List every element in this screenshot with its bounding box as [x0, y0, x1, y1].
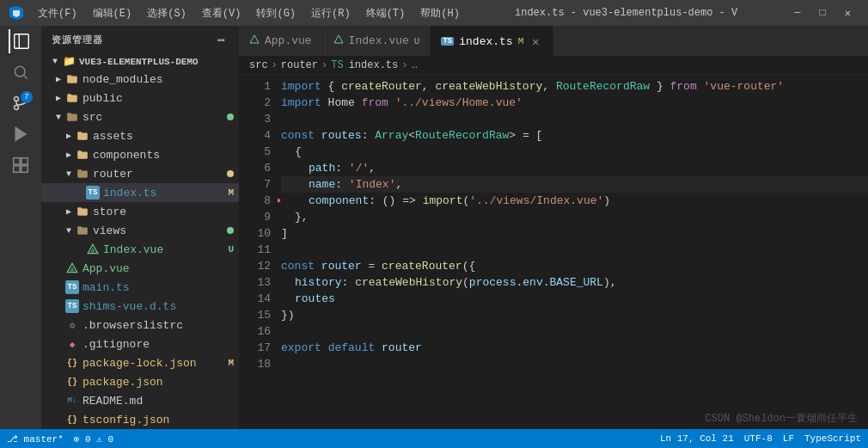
tree-item-.browserslistrc[interactable]: ⚙.browserslistrc [41, 316, 239, 334]
code-editor[interactable]: 123456789101112131415161718 import { cre… [239, 75, 868, 429]
tree-label-assets: assets [93, 130, 239, 143]
tree-icon-main.ts: TS [65, 280, 79, 294]
menu-select[interactable]: 选择(S) [140, 4, 193, 22]
menu-edit[interactable]: 编辑(E) [86, 4, 139, 22]
tree-icon-.browserslistrc: ⚙ [65, 318, 79, 332]
tree-icon-src [65, 110, 79, 124]
line-number-17: 17 [239, 340, 271, 356]
tree-item-node_modules[interactable]: ▶node_modules [41, 70, 239, 89]
code-line-17: export default router [281, 340, 868, 356]
tree-item-main.ts[interactable]: TSmain.ts [41, 278, 239, 297]
tree-item-tsconfig.json[interactable]: {}tsconfig.json [41, 410, 239, 429]
menu-goto[interactable]: 转到(G) [249, 4, 303, 22]
line-numbers: 123456789101112131415161718 [239, 75, 278, 429]
tab-icon-index-vue [333, 34, 344, 48]
tree-arrow-public: ▶ [52, 93, 65, 103]
tree-item-package.json[interactable]: {}package.json [41, 372, 239, 391]
tab-label-app-vue: App.vue [265, 34, 312, 47]
source-control-badge: 7 [21, 91, 33, 103]
tab-close-index-ts[interactable]: ✕ [529, 34, 542, 48]
status-bar: ⎇ master* ⊗ 0 ⚠ 0 Ln 17, Col 21 UTF-8 LF… [0, 429, 868, 448]
menu-run[interactable]: 运行(R) [304, 4, 358, 22]
tree-label-src: src [83, 111, 227, 124]
run-debug-icon[interactable] [9, 122, 33, 146]
maximize-button[interactable]: □ [811, 5, 834, 21]
explorer-icon[interactable] [9, 29, 33, 53]
menu-file[interactable]: 文件(F) [31, 4, 84, 22]
tree-icon-tsconfig.json: {} [65, 413, 79, 427]
tree-icon-views [76, 224, 89, 237]
code-line-5: { [281, 144, 868, 160]
extensions-icon[interactable] [9, 153, 33, 177]
breadcrumb-sep2: › [321, 59, 327, 71]
breadcrumb-router: router [281, 59, 318, 71]
tree-label-.gitignore: .gitignore [83, 338, 239, 351]
tree-icon-package-lock.json: {} [65, 356, 79, 370]
tree-item-README.md[interactable]: M↓README.md [41, 391, 239, 410]
line-number-16: 16 [239, 323, 271, 340]
tree-item-.gitignore[interactable]: ◆.gitignore [41, 334, 239, 353]
tree-arrow-src: ▼ [52, 113, 65, 122]
tree-item-index.ts[interactable]: TSindex.tsM [41, 183, 239, 202]
tree-icon-.gitignore: ◆ [65, 337, 79, 351]
line-number-9: 9 [239, 209, 271, 225]
errors-count[interactable]: ⊗ 0 ⚠ 0 [74, 433, 113, 445]
breadcrumb-ts-icon: TS [331, 59, 343, 71]
tree-item-assets[interactable]: ▶assets [41, 126, 239, 145]
tree-label-App.vue-src: App.vue [83, 262, 239, 275]
title-bar: 文件(F) 编辑(E) 选择(S) 查看(V) 转到(G) 运行(R) 终端(T… [0, 0, 868, 26]
tree-item-src[interactable]: ▼src [41, 107, 239, 126]
tree-label-public: public [83, 92, 239, 105]
tree-label-shims-vue.d.ts: shims-vue.d.ts [83, 300, 239, 313]
new-file-icon[interactable]: ⋯ [215, 33, 229, 46]
line-number-4: 4 [239, 127, 271, 144]
line-number-14: 14 [239, 291, 271, 307]
tree-root[interactable]: ▼ 📁 VUE3-ELEMENTPLUS-DEMO [41, 53, 239, 70]
tree-icon-Index.vue [86, 242, 100, 256]
tree-icon-assets [76, 129, 89, 143]
menu-bar: 文件(F) 编辑(E) 选择(S) 查看(V) 转到(G) 运行(R) 终端(T… [31, 4, 467, 22]
tab-index-ts[interactable]: TSindex.tsM✕ [431, 26, 553, 56]
tree-icon-components [76, 148, 89, 162]
tree-item-views[interactable]: ▼views [41, 221, 239, 240]
tree-label-router: router [93, 168, 227, 181]
tree-item-router[interactable]: ▼router [41, 164, 239, 183]
breadcrumb-sep3: › [401, 59, 407, 71]
line-number-10: 10 [239, 225, 271, 242]
search-icon[interactable] [9, 60, 33, 84]
svg-point-6 [15, 97, 19, 101]
tree-item-package-lock.json[interactable]: {}package-lock.jsonM [41, 353, 239, 372]
code-content[interactable]: import { createRouter, createWebHistory,… [278, 75, 868, 429]
file-tree: ▶node_modules▶public▼src▶assets▶componen… [41, 70, 239, 429]
tree-item-Index.vue[interactable]: Index.vueU [41, 240, 239, 259]
source-control-icon[interactable]: 7 [9, 91, 33, 115]
tab-app-vue[interactable]: App.vue [239, 26, 323, 56]
tree-label-package-lock.json: package-lock.json [83, 357, 228, 370]
menu-view[interactable]: 查看(V) [195, 4, 248, 22]
close-button[interactable]: ✕ [836, 5, 859, 21]
line-number-3: 3 [239, 111, 271, 127]
app-logo [9, 5, 24, 21]
tree-label-components: components [93, 149, 239, 162]
tree-arrow-store: ▶ [62, 206, 76, 217]
breadcrumb-ellipsis: … [411, 59, 417, 71]
tab-index-vue[interactable]: Index.vueU [323, 26, 431, 56]
tree-dot-src [227, 114, 234, 120]
line-number-7: 7 [239, 176, 271, 193]
tree-item-App.vue-src[interactable]: App.vue [41, 259, 239, 278]
code-line-12: const router = createRouter({ [281, 258, 868, 274]
tree-item-store[interactable]: ▶store [41, 202, 239, 221]
sidebar-actions: ⋯ [215, 33, 229, 46]
tree-item-public[interactable]: ▶public [41, 89, 239, 107]
tree-item-shims-vue.d.ts[interactable]: TSshims-vue.d.ts [41, 297, 239, 316]
watermark: CSDN @Sheldon一蓑烟雨任平生 [705, 411, 858, 426]
breadcrumb-src: src [249, 59, 268, 71]
git-branch[interactable]: ⎇ master* [7, 433, 64, 445]
minimize-button[interactable]: ─ [785, 5, 809, 21]
tree-item-components[interactable]: ▶components [41, 145, 239, 164]
breadcrumb-sep1: › [272, 59, 278, 71]
language-mode[interactable]: TypeScript [804, 433, 861, 444]
tab-label-index-vue: Index.vue [349, 34, 409, 47]
menu-help[interactable]: 帮助(H) [413, 4, 467, 22]
menu-terminal[interactable]: 终端(T) [359, 4, 413, 22]
